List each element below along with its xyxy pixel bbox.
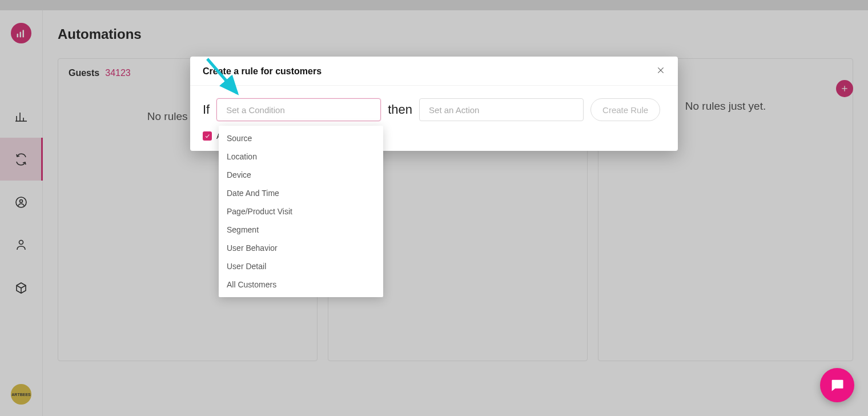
condition-dropdown: Source Location Device Date And Time Pag… (219, 126, 383, 297)
dropdown-item[interactable]: User Detail (219, 257, 383, 275)
action-input[interactable]: Set an Action (419, 98, 584, 121)
modal-header: Create a rule for customers (190, 57, 678, 86)
dropdown-item[interactable]: Source (219, 129, 383, 147)
then-label: then (388, 102, 412, 117)
dropdown-item[interactable]: Date And Time (219, 184, 383, 202)
apply-all-checkbox[interactable] (203, 131, 212, 141)
if-label: If (203, 102, 210, 117)
modal-title: Create a rule for customers (203, 66, 322, 77)
action-placeholder: Set an Action (429, 105, 479, 115)
dropdown-item[interactable]: All Customers (219, 275, 383, 294)
dropdown-item[interactable]: Location (219, 147, 383, 166)
dropdown-item[interactable]: Device (219, 166, 383, 184)
dropdown-item[interactable]: User Behavior (219, 239, 383, 257)
condition-input[interactable]: Set a Condition (216, 98, 381, 121)
dropdown-item[interactable]: Segment (219, 221, 383, 239)
modal-body: If Set a Condition then Set an Action Cr… (190, 86, 678, 131)
dropdown-item[interactable]: Page/Product Visit (219, 202, 383, 221)
chat-launcher[interactable] (820, 368, 854, 402)
check-icon (204, 133, 210, 139)
create-rule-button[interactable]: Create Rule (590, 98, 660, 121)
condition-placeholder: Set a Condition (226, 105, 285, 115)
close-icon (656, 66, 665, 75)
modal-close-button[interactable] (656, 66, 665, 77)
chat-icon (829, 377, 845, 393)
